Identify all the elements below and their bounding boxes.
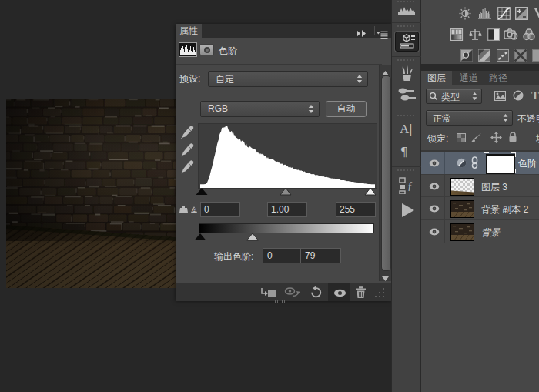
svg-text:ƒ: ƒ	[407, 180, 413, 192]
svg-text:A: A	[192, 207, 196, 213]
